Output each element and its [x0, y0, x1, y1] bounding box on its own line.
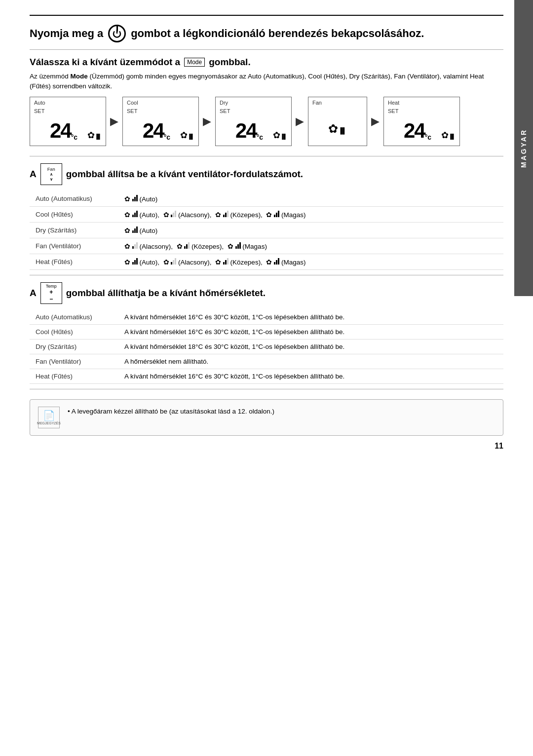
section-temp: A Temp + − gombbal állíthatja be a kíván…: [30, 275, 503, 389]
page-number: 11: [495, 442, 503, 451]
temp-button-label: Temp: [46, 284, 57, 289]
fan-icon-cool: ✿▐▌: [180, 130, 194, 141]
display-label-cool: Cool: [127, 100, 138, 106]
side-label-text: MAGYAR: [520, 129, 528, 168]
display-panel-heat: Heat SET 24°c ✿▐▌: [383, 97, 460, 146]
displays-row: Auto SET 24°c ✿▐▌ ▶ Cool SET 24°c ✿▐▌: [30, 97, 503, 146]
temp-mode-4: Fan (Ventilátor): [30, 354, 118, 369]
fan-icon-sym: ✿: [124, 195, 130, 203]
fan-icon-sym: ✿: [228, 243, 233, 250]
temp-table: Auto (Automatikus) A kívánt hőmérséklet …: [30, 310, 503, 384]
display-panel-cool: Cool SET 24°c ✿▐▌: [122, 97, 199, 146]
fan-desc-5: ✿ (Auto), ✿ (Alacsony), ✿ (Közepes), ✿ (…: [118, 254, 503, 269]
fan-mode-4: Fan (Ventilátor): [30, 238, 118, 254]
fan-desc-1: ✿ (Auto): [118, 191, 503, 207]
fan-icon-sym: ✿: [177, 243, 183, 250]
sig-bars-full-2: [132, 210, 138, 217]
fan-mode-1: Auto (Automatikus): [30, 191, 118, 207]
fan-icon-sym: ✿: [124, 243, 130, 250]
fan-icon-heat: ✿▐▌: [441, 130, 456, 141]
sig-bars-low-2: [132, 242, 138, 249]
fan-chevron-down: ∨: [50, 177, 53, 182]
temp-button: Temp + −: [40, 282, 62, 304]
page-container: MAGYAR Nyomja meg a gombot a légkondicio…: [0, 0, 533, 465]
fan-icon-sym: ✿: [163, 259, 169, 266]
fan-icon-sym: ✿: [124, 259, 130, 266]
temp-mode-5: Heat (Fűtés): [30, 369, 118, 383]
temp-mode-2: Cool (Hűtés): [30, 324, 118, 339]
temp-plus: +: [49, 289, 53, 296]
fan-table: Auto (Automatikus) ✿ (Auto) Cool (Hűtés)…: [30, 191, 503, 270]
note-icon: 📄 MEGJEGYZÉS: [38, 407, 60, 428]
display-set-cool: SET: [127, 108, 137, 114]
fan-desc-2: ✿ (Auto), ✿ (Alacsony), ✿ (Közepes), ✿ (…: [118, 206, 503, 222]
fan-icon-sym: ✿: [266, 211, 272, 219]
section-fan-title-pre: A: [30, 169, 37, 180]
power-icon: [108, 25, 126, 42]
fan-desc-4: ✿ (Alacsony), ✿ (Közepes), ✿ (Magas): [118, 238, 503, 254]
temp-desc-5: A kívánt hőmérséklet 16°C és 30°C között…: [118, 369, 503, 383]
arrow-4: ▶: [367, 115, 383, 128]
display-panel-fan: Fan ✿▐▌: [308, 97, 367, 146]
fan-mode-2: Cool (Hűtés): [30, 206, 118, 222]
table-row: Auto (Automatikus) ✿ (Auto): [30, 191, 503, 207]
temp-desc-2: A kívánt hőmérséklet 16°C és 30°C között…: [118, 324, 503, 339]
sig-bars-mid-2: [184, 242, 190, 249]
temp-desc-4: A hőmérséklet nem állítható.: [118, 354, 503, 369]
temp-desc-3: A kívánt hőmérséklet 18°C és 30°C között…: [118, 339, 503, 354]
section-mode-title-post: gombbal.: [209, 57, 250, 68]
note-text: • A levegőáram kézzel állítható be (az u…: [68, 408, 274, 415]
mode-badge: Mode: [184, 58, 205, 67]
display-panel-auto: Auto SET 24°c ✿▐▌: [30, 97, 106, 146]
fan-button: Fan ∧ ∨: [40, 163, 62, 185]
display-set-dry: SET: [220, 108, 230, 114]
display-label-auto: Auto: [34, 100, 45, 106]
sig-bars-low-1: [171, 210, 176, 217]
fan-mode-5: Heat (Fűtés): [30, 254, 118, 269]
display-temp-heat: 24: [404, 120, 425, 141]
section-fan-title-post: gombbal állítsa be a kívánt ventilátor-f…: [66, 169, 303, 180]
table-row: Dry (Szárítás) A kívánt hőmérséklet 18°C…: [30, 339, 503, 354]
display-panel-dry: Dry SET 24°c ✿▐▌: [215, 97, 292, 146]
temp-minus: −: [49, 296, 53, 302]
sig-bars-full-7: [274, 258, 279, 265]
temp-mode-3: Dry (Szárítás): [30, 339, 118, 354]
section-temp-title: A Temp + − gombbal állíthatja be a kíván…: [30, 282, 503, 304]
section-power-title: Nyomja meg a gombot a légkondicionáló be…: [30, 25, 503, 42]
table-row: Auto (Automatikus) A kívánt hőmérséklet …: [30, 310, 503, 325]
display-label-fan: Fan: [312, 100, 322, 106]
table-row: Dry (Szárítás) ✿ (Auto): [30, 222, 503, 238]
fan-desc-3: ✿ (Auto): [118, 222, 503, 238]
fan-chevron-up: ∧: [50, 172, 53, 177]
table-row: Cool (Hűtés) A kívánt hőmérséklet 16°C é…: [30, 324, 503, 339]
arrow-2: ▶: [199, 115, 215, 128]
display-temp-cool: 24: [143, 120, 164, 141]
section-power: Nyomja meg a gombot a légkondicionáló be…: [30, 15, 503, 50]
section-power-title-post: gombot a légkondicionáló berendezés beka…: [131, 27, 424, 40]
sig-bars-full-5: [235, 242, 241, 249]
fan-icon-auto: ✿▐▌: [87, 130, 102, 141]
arrow-3: ▶: [292, 115, 308, 128]
fan-icon-dry: ✿▐▌: [273, 130, 287, 141]
sig-bars-full-1: [132, 194, 138, 201]
table-row: Fan (Ventilátor) ✿ (Alacsony), ✿ (Közepe…: [30, 238, 503, 254]
table-row: Heat (Fűtés) ✿ (Auto), ✿ (Alacsony), ✿ (…: [30, 254, 503, 269]
fan-icon-sym: ✿: [124, 227, 130, 234]
section-temp-title-post: gombbal állíthatja be a kívánt hőmérsékl…: [66, 288, 266, 299]
fan-button-label: Fan: [47, 167, 55, 172]
display-label-dry: Dry: [220, 100, 228, 106]
sig-bars-full-4: [132, 226, 138, 233]
section-mode-title-pre: Válassza ki a kívánt üzemmódot a: [30, 57, 180, 68]
note-section: 📄 MEGJEGYZÉS • A levegőáram kézzel állít…: [30, 399, 503, 436]
table-row: Heat (Fűtés) A kívánt hőmérséklet 16°C é…: [30, 369, 503, 383]
section-mode-title: Válassza ki a kívánt üzemmódot a Mode go…: [30, 57, 503, 68]
sig-bars-full-3: [274, 210, 279, 217]
section-temp-title-pre: A: [30, 288, 37, 299]
note-doc-icon: 📄: [43, 410, 55, 421]
display-label-heat: Heat: [388, 100, 399, 106]
table-row: Fan (Ventilátor) A hőmérséklet nem állít…: [30, 354, 503, 369]
fan-icon-sym: ✿: [215, 259, 221, 266]
sig-bars-low-3: [171, 258, 176, 265]
section-mode: Válassza ki a kívánt üzemmódot a Mode go…: [30, 50, 503, 156]
temp-desc-1: A kívánt hőmérséklet 16°C és 30°C között…: [118, 310, 503, 325]
